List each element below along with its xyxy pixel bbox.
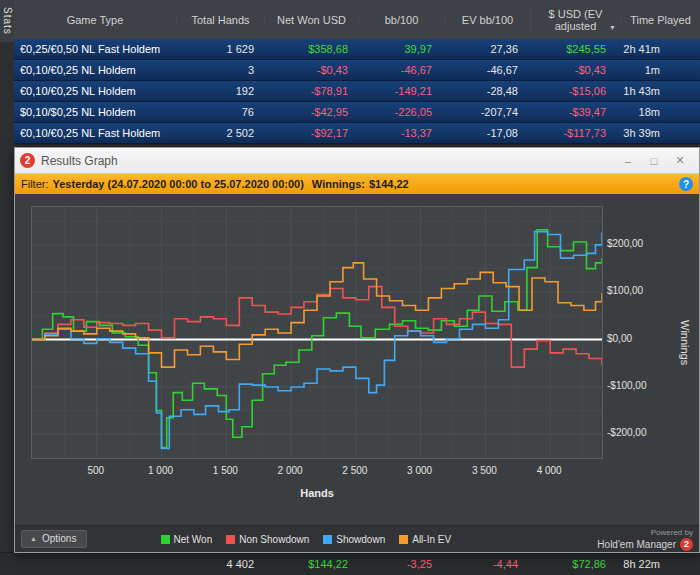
legend-item-net-won[interactable]: Net Won — [161, 534, 213, 545]
column-header-time-played[interactable]: Time Played — [620, 14, 700, 26]
cell-game-type: €0,10/€0,25 NL Holdem — [14, 85, 176, 97]
status-usd-ev: $72,86 — [530, 558, 620, 570]
legend-item-showdown[interactable]: Showdown — [323, 534, 385, 545]
help-icon[interactable]: ? — [679, 177, 693, 191]
y-tick-label: -$200,00 — [607, 427, 646, 438]
cell-game-type: €0,25/€0,50 NL Fast Holdem — [14, 43, 176, 55]
cell-value: -$78,91 — [264, 85, 358, 97]
cell-value: -$92,17 — [264, 127, 358, 139]
cell-value: -13,37 — [358, 127, 444, 139]
column-header-total-hands[interactable]: Total Hands — [176, 14, 264, 26]
cell-value: -$117,73 — [530, 127, 620, 139]
legend-label: All-In EV — [412, 534, 451, 545]
cell-value: -28,48 — [444, 85, 530, 97]
legend-item-all-in-ev[interactable]: All-In EV — [399, 534, 451, 545]
winnings-value: $144,22 — [369, 178, 409, 190]
cell-value: -$0,43 — [530, 64, 620, 76]
cell-value: -226,05 — [358, 106, 444, 118]
cell-value: -$42,95 — [264, 106, 358, 118]
stats-tab[interactable]: Stats — [0, 0, 14, 42]
status-ev-bb100: -4,44 — [444, 558, 530, 570]
app-root: Stats Game Type Total Hands Net Won USD … — [0, 0, 700, 575]
hm2-logo-icon: 2 — [680, 538, 693, 551]
caret-up-icon: ▲ — [30, 535, 37, 542]
cell-value: 3h 39m — [620, 127, 700, 139]
x-tick-label: 4 000 — [537, 465, 562, 476]
cell-value: 76 — [176, 106, 264, 118]
results-chart-svg — [32, 207, 602, 458]
x-tick-label: 1 500 — [213, 465, 238, 476]
y-tick-label: $0,00 — [607, 333, 632, 344]
x-tick-label: 500 — [87, 465, 104, 476]
cell-value: -17,08 — [444, 127, 530, 139]
plot-area — [31, 206, 603, 459]
all-in-ev-swatch-icon — [399, 535, 408, 544]
maximize-button[interactable]: □ — [641, 155, 667, 167]
filter-text: Yesterday (24.07.2020 00:00 to 25.07.202… — [53, 178, 304, 190]
chevron-down-icon[interactable]: ▼ — [609, 22, 616, 34]
legend-item-non-showdown[interactable]: Non Showdown — [226, 534, 309, 545]
legend-label: Net Won — [174, 534, 213, 545]
window-titlebar[interactable]: 2 Results Graph – □ ✕ — [15, 148, 699, 174]
cell-value: 1m — [620, 64, 700, 76]
options-button[interactable]: ▲ Options — [21, 530, 87, 548]
window-controls: – □ ✕ — [615, 154, 693, 167]
hm2-logo-icon: 2 — [20, 153, 35, 168]
x-axis-labels: 5001 0001 5002 0002 5003 0003 5004 000 — [31, 465, 603, 479]
window-bottom-bar: ▲ Options Net Won Non Showdown Showdown — [15, 525, 699, 552]
filter-label: Filter: — [21, 178, 49, 190]
column-header-ev-bb100[interactable]: EV bb/100 — [444, 14, 530, 26]
table-row[interactable]: €0,10/€0,25 NL Fast Holdem2 502-$92,17-1… — [14, 123, 700, 144]
column-header-net-won-usd[interactable]: Net Won USD — [264, 14, 358, 26]
cell-value: 1 629 — [176, 43, 264, 55]
column-header-game-type[interactable]: Game Type — [14, 14, 176, 26]
cell-value: 1h 43m — [620, 85, 700, 97]
non-showdown-swatch-icon — [226, 535, 235, 544]
y-axis-labels: $200,00$100,00$0,00-$100,00-$200,00 — [605, 206, 659, 459]
x-axis-title: Hands — [31, 487, 603, 499]
status-bb100: -3,25 — [358, 558, 444, 570]
winnings-label: Winnings: — [312, 178, 365, 190]
table-header: Game Type Total Hands Net Won USD bb/100… — [14, 0, 700, 39]
column-header-usd-ev-adjusted[interactable]: $ USD (EV adjusted ▼ — [530, 8, 620, 32]
series-all-in-ev — [32, 263, 602, 367]
filter-bar[interactable]: Filter: Yesterday (24.07.2020 00:00 to 2… — [15, 174, 699, 194]
cell-value: 2h 41m — [620, 43, 700, 55]
table-row[interactable]: $0,10/$0,25 NL Holdem76-$42,95-226,05-20… — [14, 102, 700, 123]
cell-value: -149,21 — [358, 85, 444, 97]
net-won-swatch-icon — [161, 535, 170, 544]
table-row[interactable]: €0,10/€0,25 NL Holdem3-$0,43-46,67-46,67… — [14, 60, 700, 81]
minimize-button[interactable]: – — [615, 155, 641, 167]
options-button-label: Options — [42, 533, 76, 544]
cell-value: 192 — [176, 85, 264, 97]
status-bar: 4 402 $144,22 -3,25 -4,44 $72,86 8h 22m — [0, 552, 700, 575]
x-tick-label: 1 000 — [148, 465, 173, 476]
stats-tab-label: Stats — [2, 7, 13, 35]
cell-value: -$15,06 — [530, 85, 620, 97]
cell-value: $245,55 — [530, 43, 620, 55]
cell-value: -$0,43 — [264, 64, 358, 76]
x-tick-label: 2 000 — [278, 465, 303, 476]
cell-game-type: $0,10/$0,25 NL Holdem — [14, 106, 176, 118]
y-axis-title: Winnings — [679, 320, 691, 365]
close-button[interactable]: ✕ — [667, 154, 693, 167]
powered-by-line1: Powered by — [597, 527, 693, 538]
cell-value: 39,97 — [358, 43, 444, 55]
column-header-bb100[interactable]: bb/100 — [358, 14, 444, 26]
y-tick-label: -$100,00 — [607, 380, 646, 391]
cell-value: $358,68 — [264, 43, 358, 55]
y-tick-label: $100,00 — [607, 285, 643, 296]
powered-by: Powered by Hold'em Manager 2 — [597, 527, 693, 551]
cell-value: -46,67 — [358, 64, 444, 76]
cell-value: 18m — [620, 106, 700, 118]
showdown-swatch-icon — [323, 535, 332, 544]
chart-legend: Net Won Non Showdown Showdown All-In EV — [161, 534, 452, 545]
status-total-hands: 4 402 — [176, 558, 264, 570]
window-title: Results Graph — [41, 154, 615, 168]
x-tick-label: 3 000 — [407, 465, 432, 476]
table-row[interactable]: €0,10/€0,25 NL Holdem192-$78,91-149,21-2… — [14, 81, 700, 102]
cell-value: 2 502 — [176, 127, 264, 139]
table-row[interactable]: €0,25/€0,50 NL Fast Holdem1 629$358,6839… — [14, 39, 700, 60]
cell-value: -207,74 — [444, 106, 530, 118]
results-graph-window: 2 Results Graph – □ ✕ Filter: Yesterday … — [14, 147, 700, 553]
